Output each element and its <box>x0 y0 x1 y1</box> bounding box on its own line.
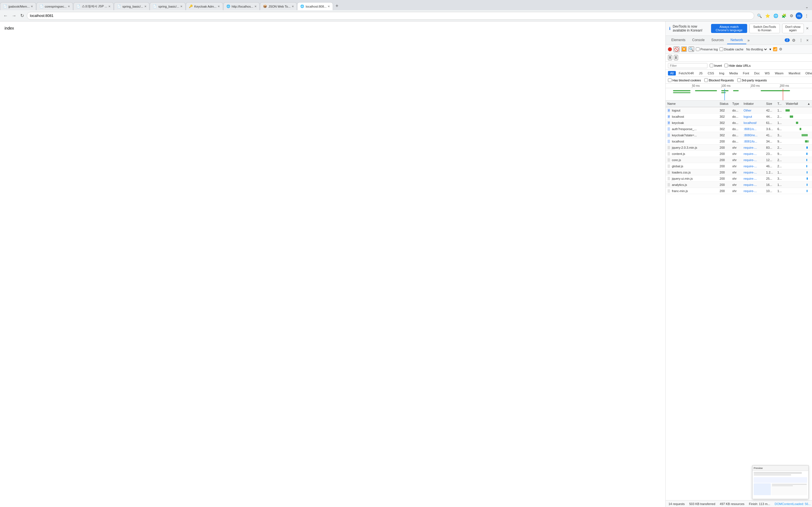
chrome-icon[interactable]: 🌐 <box>772 12 779 19</box>
back-button[interactable]: ← <box>2 12 9 19</box>
extensions-icon[interactable]: 🧩 <box>780 12 788 19</box>
reload-button[interactable]: ↻ <box>19 12 25 19</box>
tab-close[interactable]: × <box>255 4 257 8</box>
tab-elements[interactable]: Elements <box>668 36 689 44</box>
table-row[interactable]: jquery-ui.min.js 200 xhr require-... 25.… <box>666 175 812 182</box>
dont-show-again-button[interactable]: Don't show again <box>782 24 804 33</box>
filter-button[interactable]: 🔽 <box>681 47 687 52</box>
more-options-button[interactable]: ⋮ <box>798 37 804 44</box>
devtools-more-tabs[interactable]: » <box>746 37 751 44</box>
table-row[interactable]: global.js 200 xhr require-... 46... 2... <box>666 163 812 169</box>
td-size: 46... <box>764 165 776 168</box>
table-row[interactable]: logout 302 do... Other 42... 1... <box>666 107 812 114</box>
header-initiator[interactable]: Initiator <box>742 102 764 105</box>
invert-checkbox[interactable]: Invert <box>710 64 722 67</box>
header-size[interactable]: Size <box>764 102 776 105</box>
forward-button[interactable]: → <box>11 12 17 19</box>
td-status: 200 <box>718 140 730 143</box>
network-settings-button[interactable]: ⚙ <box>779 47 782 51</box>
filter-other-button[interactable]: Other <box>803 71 812 75</box>
address-bar[interactable] <box>27 12 754 20</box>
blocked-requests-checkbox[interactable]: Blocked Requests <box>704 78 734 82</box>
new-tab-button[interactable]: + <box>335 2 340 10</box>
tab-close[interactable]: × <box>180 4 183 8</box>
table-row[interactable]: franc-min.js 200 xhr require-... 10... 1… <box>666 188 812 194</box>
menu-icon[interactable]: ⋮ <box>804 12 810 19</box>
filter-input[interactable] <box>668 63 707 68</box>
filter-css-button[interactable]: CSS <box>705 71 716 75</box>
tab-console[interactable]: Console <box>689 36 708 44</box>
filter-font-button[interactable]: Font <box>741 71 751 75</box>
tab-close[interactable]: × <box>292 4 294 8</box>
table-row[interactable]: localhost 200 do... :8081/lo... 34... 9.… <box>666 138 812 145</box>
bookmark-icon[interactable]: ⭐ <box>764 12 771 19</box>
filter-doc-button[interactable]: Doc <box>752 71 762 75</box>
td-time: 2... <box>776 158 784 162</box>
tab-close[interactable]: × <box>31 4 33 8</box>
tab-sources[interactable]: Sources <box>708 36 727 44</box>
table-row[interactable]: localhost 302 do... logout 44... 2... <box>666 114 812 120</box>
tab-close[interactable]: × <box>108 4 110 8</box>
disable-cache-checkbox[interactable]: Disable cache <box>719 47 744 51</box>
search-icon[interactable]: 🔍 <box>756 12 763 19</box>
record-button[interactable] <box>668 47 672 51</box>
filter-wasm-button[interactable]: Wasm <box>772 71 786 75</box>
hide-data-urls-checkbox[interactable]: Hide data URLs <box>724 64 751 67</box>
timeline-mark-50: 50 ms <box>692 84 700 87</box>
tab-network[interactable]: Network <box>727 36 746 44</box>
filter-ws-button[interactable]: WS <box>762 71 772 75</box>
filter-img-button[interactable]: Img <box>717 71 726 75</box>
filter-js-button[interactable]: JS <box>697 71 705 75</box>
header-waterfall[interactable]: Waterfall ▲ <box>784 102 812 105</box>
tab-localhost-8081[interactable]: 🌐 localhost:808... × <box>297 2 333 10</box>
tab-spring-basic-4[interactable]: 📄 spring_basic/... × <box>114 2 150 10</box>
tab-overflow-button[interactable]: ⌄ <box>804 3 810 10</box>
td-status: 200 <box>718 165 730 168</box>
header-time[interactable]: T... <box>776 102 784 105</box>
filter-all-button[interactable]: All <box>668 71 676 75</box>
has-blocked-cookies-checkbox[interactable]: Has blocked cookies <box>668 78 701 82</box>
filter-fetchxhr-button[interactable]: Fetch/XHR <box>676 71 696 75</box>
table-row[interactable]: jquery-2.0.3.min.js 200 xhr require-... … <box>666 145 812 151</box>
table-row[interactable]: core.js 200 xhr require-... 12... 2... <box>666 157 812 163</box>
always-match-language-button[interactable]: Always match Chrome's language <box>711 24 747 33</box>
tab-http-localhost[interactable]: 🌐 http://localhos... × <box>223 2 260 10</box>
switch-korean-button[interactable]: Switch DevTools to Korean <box>749 24 780 33</box>
table-row[interactable]: keycloak 302 do... localhost/ 61... 1... <box>666 120 812 126</box>
table-row[interactable]: auth?response_... 302 do... :8081/o... 3… <box>666 126 812 132</box>
table-row[interactable]: loaders.css.js 200 xhr require-... 1.2..… <box>666 169 812 175</box>
td-initiator: :8081/o... <box>742 127 764 131</box>
header-name[interactable]: Name <box>666 102 718 105</box>
notification-close-button[interactable]: × <box>806 26 809 31</box>
td-waterfall <box>784 120 812 126</box>
table-row[interactable]: content.js 200 xhr require-... 23... 9..… <box>666 151 812 157</box>
table-row[interactable]: keycloak?state=... 302 do... :8080/re...… <box>666 132 812 138</box>
throttling-select[interactable]: No throttling <box>745 47 768 51</box>
profile-icon[interactable]: ns <box>796 12 802 19</box>
tab-corespring[interactable]: 📄 corespringsec... × <box>36 2 73 10</box>
tab-close[interactable]: × <box>327 4 330 8</box>
stop-recording-button[interactable]: 🚫 <box>673 47 679 52</box>
third-party-requests-checkbox[interactable]: 3rd-party requests <box>737 78 767 82</box>
settings-button[interactable]: ⚙ <box>791 37 797 44</box>
tab-close[interactable]: × <box>218 4 220 8</box>
filter-manifest-button[interactable]: Manifest <box>786 71 803 75</box>
import-button[interactable]: ⬆ <box>668 55 672 60</box>
table-row[interactable]: analytics.js 200 xhr require-... 16... 1… <box>666 182 812 188</box>
header-type[interactable]: Type <box>730 102 742 105</box>
filter-media-button[interactable]: Media <box>727 71 740 75</box>
devtools-icon[interactable]: ⚙ <box>789 12 795 19</box>
preserve-log-checkbox[interactable]: Preserve log <box>696 47 718 51</box>
search-button[interactable]: 🔍 <box>689 47 694 52</box>
tab-json-web[interactable]: 📦 JSON Web To... × <box>260 2 297 10</box>
tab-spring-jsp[interactable]: 📄 스프링에서 JSP ... × <box>73 2 114 10</box>
header-status[interactable]: Status <box>718 102 730 105</box>
tab-close[interactable]: × <box>68 4 70 8</box>
export-button[interactable]: ⬇ <box>674 55 678 60</box>
tab-spring-basic-5[interactable]: 📄 spring_basic/... × <box>150 2 186 10</box>
tab-keycloak-admin[interactable]: 🔑 Keycloak Adm... × <box>186 2 223 10</box>
close-devtools-button[interactable]: × <box>805 37 810 44</box>
page-title: index <box>4 26 14 31</box>
tab-close[interactable]: × <box>144 4 147 8</box>
tab-jpabook[interactable]: 📄 jpabook/Mem... × <box>0 2 36 10</box>
